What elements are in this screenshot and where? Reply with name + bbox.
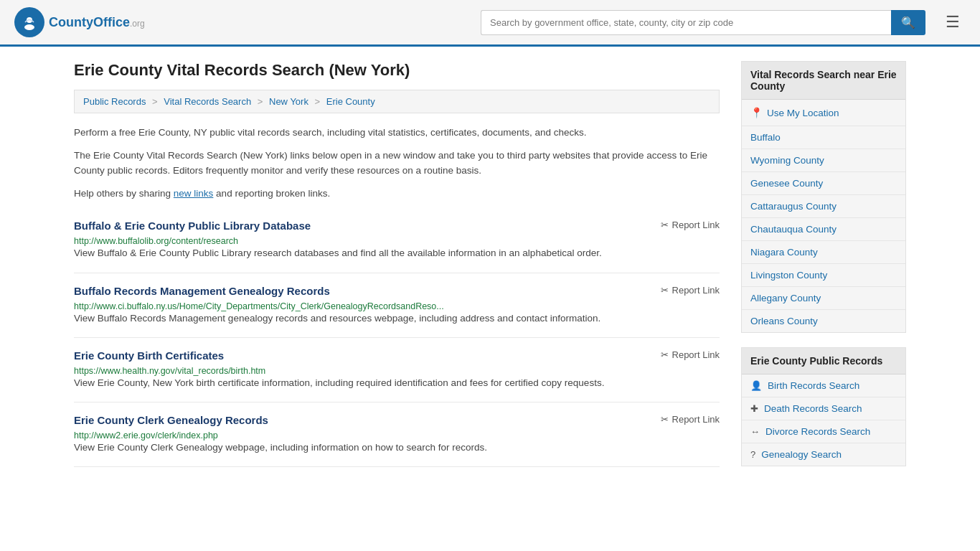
result-url-1[interactable]: http://www.buffalolib.org/content/resear… bbox=[74, 236, 238, 246]
result-card-4: Erie County Clerk Genealogy Records ✂ Re… bbox=[74, 402, 720, 467]
sidebar-public-records-title: Erie County Public Records bbox=[742, 348, 905, 375]
breadcrumb-sep-1: > bbox=[152, 96, 158, 107]
sidebar-genealogy[interactable]: ? Genealogy Search bbox=[742, 443, 905, 466]
sidebar-birth-records[interactable]: 👤 Birth Records Search bbox=[742, 375, 905, 397]
report-link-btn-4[interactable]: ✂ Report Link bbox=[661, 414, 720, 425]
result-title-1[interactable]: Buffalo & Erie County Public Library Dat… bbox=[74, 220, 311, 232]
use-location-item[interactable]: 📍 Use My Location bbox=[742, 100, 905, 126]
breadcrumb-sep-3: > bbox=[315, 96, 321, 107]
result-card-3: Erie County Birth Certificates ✂ Report … bbox=[74, 338, 720, 402]
description-3: Help others by sharing new links and rep… bbox=[74, 186, 720, 202]
sidebar-nearby-section: Vital Records Search near Erie County 📍 … bbox=[741, 61, 906, 333]
scissors-icon-1: ✂ bbox=[661, 220, 669, 230]
sidebar-nearby-wyoming[interactable]: Wyoming County bbox=[742, 149, 905, 172]
scissors-icon-2: ✂ bbox=[661, 285, 669, 296]
sidebar-nearby-niagara[interactable]: Niagara County bbox=[742, 241, 905, 264]
person-icon: 👤 bbox=[750, 380, 762, 391]
result-header-1: Buffalo & Erie County Public Library Dat… bbox=[74, 220, 720, 232]
sidebar-nearby-orleans[interactable]: Orleans County bbox=[742, 310, 905, 332]
scissors-icon-3: ✂ bbox=[661, 349, 669, 360]
result-header-2: Buffalo Records Management Genealogy Rec… bbox=[74, 285, 720, 297]
use-location-link[interactable]: Use My Location bbox=[767, 108, 839, 118]
svg-point-2 bbox=[24, 24, 34, 30]
result-desc-4: View Erie County Clerk Genealogy webpage… bbox=[74, 441, 720, 455]
result-header-4: Erie County Clerk Genealogy Records ✂ Re… bbox=[74, 414, 720, 426]
result-desc-3: View Erie County, New York birth certifi… bbox=[74, 376, 720, 390]
sidebar-death-records[interactable]: ✚ Death Records Search bbox=[742, 397, 905, 420]
question-icon: ? bbox=[750, 449, 755, 460]
result-url-2[interactable]: http://www.ci.buffalo.ny.us/Home/City_De… bbox=[74, 301, 444, 311]
new-links-link[interactable]: new links bbox=[174, 188, 214, 199]
sidebar-public-records-section: Erie County Public Records 👤 Birth Recor… bbox=[741, 347, 906, 466]
result-desc-1: View Buffalo & Erie County Public Librar… bbox=[74, 246, 720, 260]
report-link-btn-3[interactable]: ✂ Report Link bbox=[661, 349, 720, 360]
result-desc-2: View Buffalo Records Management genealog… bbox=[74, 311, 720, 326]
logo-text: CountyOffice.org bbox=[49, 15, 145, 30]
result-title-3[interactable]: Erie County Birth Certificates bbox=[74, 349, 224, 362]
page-title: Erie County Vital Records Search (New Yo… bbox=[74, 61, 720, 80]
sidebar-nearby-genesee[interactable]: Genesee County bbox=[742, 172, 905, 195]
result-card-2: Buffalo Records Management Genealogy Rec… bbox=[74, 273, 720, 338]
report-link-btn-2[interactable]: ✂ Report Link bbox=[661, 285, 720, 296]
main-container: Erie County Vital Records Search (New Yo… bbox=[60, 47, 920, 495]
result-title-4[interactable]: Erie County Clerk Genealogy Records bbox=[74, 414, 268, 426]
report-link-btn-1[interactable]: ✂ Report Link bbox=[661, 220, 720, 230]
breadcrumb-erie-county[interactable]: Erie County bbox=[326, 96, 375, 107]
breadcrumb-vital-records[interactable]: Vital Records Search bbox=[164, 96, 251, 107]
description-1: Perform a free Erie County, NY public vi… bbox=[74, 125, 720, 141]
result-url-4[interactable]: http://www2.erie.gov/clerk/index.php bbox=[74, 430, 218, 441]
content-area: Erie County Vital Records Search (New Yo… bbox=[74, 61, 720, 481]
search-button[interactable]: 🔍 bbox=[891, 10, 925, 35]
sidebar-divorce-records[interactable]: ↔ Divorce Records Search bbox=[742, 420, 905, 443]
logo-icon bbox=[14, 7, 44, 37]
cross-icon: ✚ bbox=[750, 403, 758, 414]
search-input[interactable] bbox=[481, 10, 891, 35]
sidebar: Vital Records Search near Erie County 📍 … bbox=[741, 61, 906, 481]
sidebar-nearby-cattaraugus[interactable]: Cattaraugus County bbox=[742, 195, 905, 218]
description-2: The Erie County Vital Records Search (Ne… bbox=[74, 148, 720, 179]
result-card-1: Buffalo & Erie County Public Library Dat… bbox=[74, 208, 720, 273]
logo[interactable]: CountyOffice.org bbox=[14, 7, 145, 37]
search-bar: 🔍 bbox=[481, 10, 925, 35]
sidebar-nearby-allegany[interactable]: Allegany County bbox=[742, 287, 905, 310]
sidebar-nearby-title: Vital Records Search near Erie County bbox=[742, 62, 905, 100]
breadcrumb-new-york[interactable]: New York bbox=[269, 96, 308, 107]
result-url-3[interactable]: https://www.health.ny.gov/vital_records/… bbox=[74, 366, 265, 376]
result-title-2[interactable]: Buffalo Records Management Genealogy Rec… bbox=[74, 285, 330, 297]
arrows-icon: ↔ bbox=[750, 426, 760, 437]
menu-button[interactable]: ☰ bbox=[940, 11, 966, 33]
breadcrumb-sep-2: > bbox=[258, 96, 263, 107]
site-header: CountyOffice.org 🔍 ☰ bbox=[0, 0, 980, 47]
result-header-3: Erie County Birth Certificates ✂ Report … bbox=[74, 349, 720, 362]
scissors-icon-4: ✂ bbox=[661, 414, 669, 425]
sidebar-nearby-chautauqua[interactable]: Chautauqua County bbox=[742, 218, 905, 241]
location-pin-icon: 📍 bbox=[750, 107, 763, 118]
sidebar-nearby-livingston[interactable]: Livingston County bbox=[742, 264, 905, 287]
breadcrumb: Public Records > Vital Records Search > … bbox=[74, 90, 720, 113]
sidebar-nearby-buffalo[interactable]: Buffalo bbox=[742, 126, 905, 149]
breadcrumb-public-records[interactable]: Public Records bbox=[83, 96, 146, 107]
